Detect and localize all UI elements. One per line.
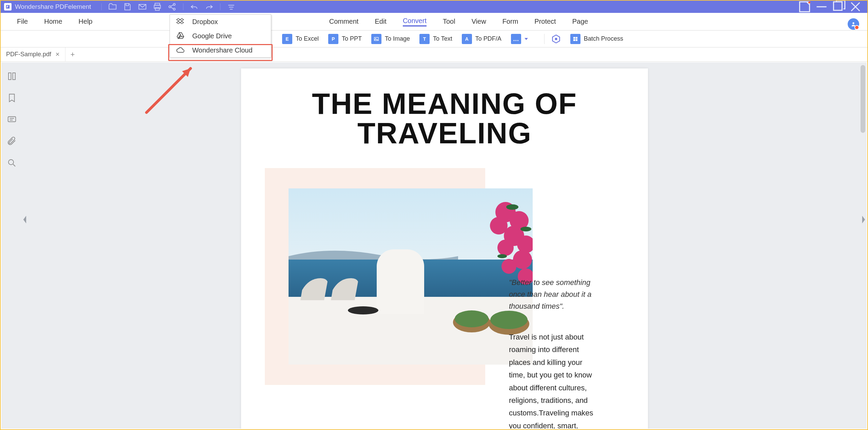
dropbox-icon (176, 17, 185, 26)
dropdown-label: Dropbox (192, 18, 218, 26)
panel-expand-right[interactable] (861, 215, 866, 224)
svg-rect-9 (833, 2, 842, 10)
tool-to-image[interactable]: To Image (371, 34, 410, 44)
bookmark-icon[interactable] (7, 93, 17, 103)
svg-point-21 (8, 160, 14, 165)
user-avatar[interactable] (848, 18, 859, 30)
left-sidebar (1, 62, 22, 429)
attachment-icon[interactable] (7, 136, 17, 146)
thumbnails-icon[interactable] (7, 71, 17, 81)
comments-icon[interactable] (7, 115, 17, 125)
menu-edit[interactable]: Edit (367, 13, 394, 30)
app-icon (4, 3, 12, 11)
pdf-page: THE MEANING OF TRAVELING (241, 68, 648, 429)
svg-rect-16 (573, 39, 575, 41)
close-button[interactable] (847, 1, 864, 13)
svg-rect-14 (573, 37, 575, 39)
svg-rect-26 (377, 280, 424, 314)
menu-form[interactable]: Form (494, 13, 527, 30)
menu-home[interactable]: Home (36, 13, 70, 30)
page-title: THE MEANING OF TRAVELING (265, 89, 624, 148)
dropdown-label: Wondershare Cloud (192, 46, 253, 54)
svg-point-27 (348, 306, 378, 314)
svg-rect-20 (8, 117, 16, 122)
document-tab[interactable]: PDF-Sample.pdf ✕ (1, 47, 65, 61)
save-icon[interactable] (123, 2, 132, 12)
body-text-right: Travel is not just about roaming into di… (509, 331, 597, 429)
svg-point-35 (501, 259, 516, 274)
menu-comment[interactable]: Comment (321, 13, 367, 30)
mail-icon[interactable] (138, 2, 147, 12)
tool-more[interactable] (511, 34, 528, 44)
google-drive-icon (176, 32, 185, 40)
svg-rect-2 (155, 3, 160, 5)
svg-point-5 (169, 6, 171, 8)
svg-rect-17 (576, 39, 577, 41)
undo-icon[interactable] (190, 2, 199, 12)
svg-point-33 (497, 240, 514, 256)
tab-bar: PDF-Sample.pdf ✕ + (1, 47, 867, 62)
svg-point-37 (506, 204, 518, 210)
minimize-button[interactable] (813, 1, 830, 13)
document-canvas[interactable]: THE MEANING OF TRAVELING (22, 62, 867, 429)
search-icon[interactable] (7, 158, 17, 168)
print-icon[interactable] (153, 2, 162, 12)
app-title: Wondershare PDFelement (15, 3, 91, 11)
menu-bar: File Home Help Comment Edit Convert Tool… (1, 13, 867, 30)
menu-protect[interactable]: Protect (526, 13, 564, 30)
dropdown-icon[interactable] (226, 2, 236, 12)
tab-label: PDF-Sample.pdf (6, 51, 51, 58)
svg-point-41 (455, 310, 489, 327)
tool-batch-process[interactable]: Batch Process (570, 34, 623, 44)
svg-rect-19 (13, 73, 16, 80)
add-tab-button[interactable]: + (65, 50, 80, 59)
convert-toolbar: ETo Excel PTo PPT To Image TTo Text ATo … (1, 30, 867, 47)
share-dropdown: Dropbox Google Drive Wondershare Cloud (170, 14, 271, 58)
menu-tool[interactable]: Tool (435, 13, 463, 30)
panel-expand-left[interactable] (22, 215, 27, 224)
tool-to-text[interactable]: TTo Text (419, 34, 452, 44)
workspace: THE MEANING OF TRAVELING (1, 62, 867, 429)
svg-rect-15 (576, 37, 577, 39)
maximize-button[interactable] (830, 1, 847, 13)
open-folder-icon[interactable] (108, 2, 117, 12)
feedback-icon[interactable] (796, 1, 813, 13)
svg-point-38 (520, 227, 531, 231)
tab-close-icon[interactable]: ✕ (55, 51, 60, 58)
menu-help[interactable]: Help (71, 13, 101, 30)
dropdown-item-wondershare-cloud[interactable]: Wondershare Cloud (170, 43, 271, 57)
hero-image (289, 188, 533, 365)
svg-point-6 (173, 3, 175, 5)
dropdown-label: Google Drive (192, 32, 232, 40)
menu-convert[interactable]: Convert (395, 13, 435, 30)
dropdown-item-gdrive[interactable]: Google Drive (170, 29, 271, 43)
tool-to-ppt[interactable]: PTo PPT (328, 34, 362, 44)
tool-to-excel[interactable]: ETo Excel (282, 34, 319, 44)
share-icon[interactable] (167, 2, 177, 12)
tool-convert-action[interactable] (551, 34, 561, 44)
title-bar: Wondershare PDFelement (1, 1, 867, 13)
cloud-icon (176, 46, 185, 55)
svg-rect-4 (155, 7, 159, 10)
svg-point-13 (555, 38, 557, 40)
svg-point-7 (173, 8, 175, 10)
dropdown-item-dropbox[interactable]: Dropbox (170, 15, 271, 29)
redo-icon[interactable] (204, 2, 214, 12)
vertical-scrollbar[interactable] (861, 65, 865, 133)
svg-point-44 (852, 22, 854, 24)
menu-file[interactable]: File (9, 13, 36, 30)
svg-rect-0 (6, 5, 10, 9)
quote-text: "Better to see something once than hear … (509, 277, 597, 312)
svg-rect-18 (8, 73, 11, 80)
svg-point-43 (490, 311, 528, 329)
tool-to-pdfa[interactable]: ATo PDF/A (462, 34, 501, 44)
menu-view[interactable]: View (463, 13, 494, 30)
svg-point-39 (497, 254, 507, 258)
menu-page[interactable]: Page (564, 13, 596, 30)
